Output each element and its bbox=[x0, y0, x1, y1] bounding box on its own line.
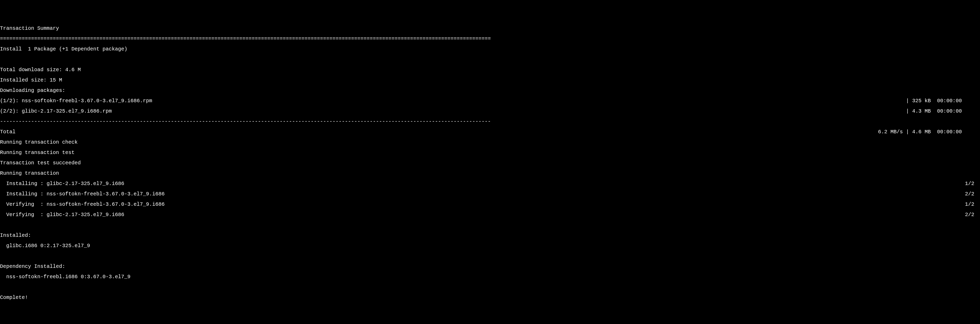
transaction-test-succeeded: Transaction test succeeded bbox=[0, 160, 980, 166]
tx-step-label: Installing : nss-softokn-freebl-3.67.0-3… bbox=[0, 192, 165, 197]
tx-step-label: Verifying : glibc-2.17-325.el7_9.i686 bbox=[0, 212, 124, 218]
divider-equals: ========================================… bbox=[0, 36, 980, 41]
installed-size: Installed size: 15 M bbox=[0, 78, 980, 83]
installed-header: Installed: bbox=[0, 233, 980, 238]
transaction-summary-header: Transaction Summary bbox=[0, 26, 980, 31]
tx-step-row: Installing : glibc-2.17-325.el7_9.i686 1… bbox=[0, 181, 980, 186]
running-transaction-test: Running transaction test bbox=[0, 150, 980, 155]
tx-step-progress: 2/2 bbox=[965, 192, 980, 197]
downloading-packages-label: Downloading packages: bbox=[0, 88, 980, 93]
download-row: (1/2): nss-softokn-freebl-3.67.0-3.el7_9… bbox=[0, 98, 980, 103]
download-package-name: (2/2): glibc-2.17-325.el7_9.i686.rpm bbox=[0, 109, 112, 114]
tx-step-row: Verifying : glibc-2.17-325.el7_9.i686 2/… bbox=[0, 212, 980, 218]
terminal-output: Transaction Summary ====================… bbox=[0, 21, 980, 305]
dependency-installed-package: nss-softokn-freebl.i686 0:3.67.0-3.el7_9 bbox=[0, 274, 980, 280]
blank-line bbox=[0, 285, 980, 290]
total-label: Total bbox=[0, 129, 16, 135]
total-download-size: Total download size: 4.6 M bbox=[0, 67, 980, 73]
blank-line bbox=[0, 222, 980, 228]
running-transaction: Running transaction bbox=[0, 171, 980, 176]
tx-step-progress: 1/2 bbox=[965, 202, 980, 207]
tx-step-label: Verifying : nss-softokn-freebl-3.67.0-3.… bbox=[0, 202, 165, 207]
divider-dash: ----------------------------------------… bbox=[0, 119, 980, 124]
installed-package: glibc.i686 0:2.17-325.el7_9 bbox=[0, 243, 980, 248]
total-stats: 6.2 MB/s | 4.6 MB 00:00:00 bbox=[878, 129, 980, 135]
blank-line bbox=[0, 57, 980, 62]
total-row: Total 6.2 MB/s | 4.6 MB 00:00:00 bbox=[0, 129, 980, 135]
complete-label: Complete! bbox=[0, 295, 980, 300]
download-package-stats: | 4.3 MB 00:00:00 bbox=[906, 109, 980, 114]
blank-line bbox=[0, 254, 980, 259]
download-row: (2/2): glibc-2.17-325.el7_9.i686.rpm | 4… bbox=[0, 109, 980, 114]
tx-step-progress: 2/2 bbox=[965, 212, 980, 218]
tx-step-row: Verifying : nss-softokn-freebl-3.67.0-3.… bbox=[0, 202, 980, 207]
tx-step-progress: 1/2 bbox=[965, 181, 980, 186]
download-package-stats: | 325 kB 00:00:00 bbox=[906, 98, 980, 103]
tx-step-label: Installing : glibc-2.17-325.el7_9.i686 bbox=[0, 181, 124, 186]
dependency-installed-header: Dependency Installed: bbox=[0, 264, 980, 269]
download-package-name: (1/2): nss-softokn-freebl-3.67.0-3.el7_9… bbox=[0, 98, 152, 103]
running-transaction-check: Running transaction check bbox=[0, 140, 980, 145]
tx-step-row: Installing : nss-softokn-freebl-3.67.0-3… bbox=[0, 192, 980, 197]
install-summary-line: Install 1 Package (+1 Dependent package) bbox=[0, 46, 980, 52]
